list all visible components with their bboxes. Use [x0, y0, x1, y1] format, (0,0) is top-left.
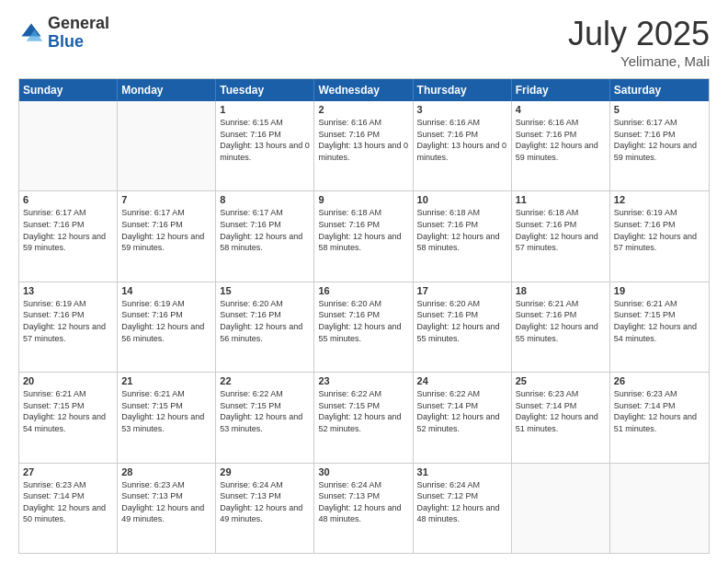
logo-general: General	[48, 15, 109, 33]
day-info: Sunrise: 6:16 AM Sunset: 7:16 PM Dayligh…	[318, 117, 408, 163]
calendar-row: 6Sunrise: 6:17 AM Sunset: 7:16 PM Daylig…	[19, 191, 709, 282]
calendar-header-cell: Monday	[118, 79, 216, 101]
logo-icon	[18, 20, 44, 46]
day-number: 10	[417, 194, 507, 205]
calendar-cell: 5Sunrise: 6:17 AM Sunset: 7:16 PM Daylig…	[610, 101, 709, 190]
day-number: 21	[121, 375, 211, 386]
day-info: Sunrise: 6:23 AM Sunset: 7:13 PM Dayligh…	[121, 479, 211, 525]
day-number: 20	[23, 375, 113, 386]
day-number: 8	[220, 194, 310, 205]
day-info: Sunrise: 6:23 AM Sunset: 7:14 PM Dayligh…	[614, 388, 705, 434]
calendar-cell: 4Sunrise: 6:16 AM Sunset: 7:16 PM Daylig…	[512, 101, 610, 190]
day-number: 2	[318, 104, 408, 115]
calendar-cell: 12Sunrise: 6:19 AM Sunset: 7:16 PM Dayli…	[610, 191, 709, 281]
calendar-cell: 30Sunrise: 6:24 AM Sunset: 7:13 PM Dayli…	[314, 464, 413, 553]
day-number: 7	[121, 194, 211, 205]
calendar-header-cell: Sunday	[19, 79, 118, 101]
calendar-cell: 15Sunrise: 6:20 AM Sunset: 7:16 PM Dayli…	[216, 282, 314, 372]
calendar-cell: 18Sunrise: 6:21 AM Sunset: 7:16 PM Dayli…	[512, 282, 610, 372]
day-number: 6	[23, 194, 113, 205]
calendar-row: 27Sunrise: 6:23 AM Sunset: 7:14 PM Dayli…	[19, 464, 709, 553]
day-number: 25	[516, 375, 606, 386]
day-info: Sunrise: 6:21 AM Sunset: 7:16 PM Dayligh…	[516, 298, 606, 344]
day-number: 14	[121, 285, 211, 296]
calendar-cell: 21Sunrise: 6:21 AM Sunset: 7:15 PM Dayli…	[118, 373, 216, 462]
day-info: Sunrise: 6:18 AM Sunset: 7:16 PM Dayligh…	[318, 207, 408, 253]
logo: General Blue	[18, 15, 109, 52]
calendar-cell: 8Sunrise: 6:17 AM Sunset: 7:16 PM Daylig…	[216, 191, 314, 281]
calendar-cell: 24Sunrise: 6:22 AM Sunset: 7:14 PM Dayli…	[414, 373, 512, 462]
day-number: 24	[417, 375, 507, 386]
calendar-header-cell: Tuesday	[216, 79, 314, 101]
day-info: Sunrise: 6:22 AM Sunset: 7:15 PM Dayligh…	[318, 388, 408, 434]
day-info: Sunrise: 6:21 AM Sunset: 7:15 PM Dayligh…	[23, 388, 113, 434]
calendar-cell: 13Sunrise: 6:19 AM Sunset: 7:16 PM Dayli…	[19, 282, 118, 372]
day-number: 3	[417, 104, 507, 115]
day-info: Sunrise: 6:21 AM Sunset: 7:15 PM Dayligh…	[614, 298, 705, 344]
calendar-row: 13Sunrise: 6:19 AM Sunset: 7:16 PM Dayli…	[19, 282, 709, 373]
calendar-header-cell: Wednesday	[314, 79, 413, 101]
day-info: Sunrise: 6:20 AM Sunset: 7:16 PM Dayligh…	[318, 298, 408, 344]
calendar-cell: 22Sunrise: 6:22 AM Sunset: 7:15 PM Dayli…	[216, 373, 314, 462]
day-info: Sunrise: 6:16 AM Sunset: 7:16 PM Dayligh…	[516, 117, 606, 163]
day-info: Sunrise: 6:24 AM Sunset: 7:13 PM Dayligh…	[318, 479, 408, 525]
day-info: Sunrise: 6:20 AM Sunset: 7:16 PM Dayligh…	[220, 298, 310, 344]
day-number: 13	[23, 285, 113, 296]
day-info: Sunrise: 6:23 AM Sunset: 7:14 PM Dayligh…	[23, 479, 113, 525]
day-info: Sunrise: 6:17 AM Sunset: 7:16 PM Dayligh…	[121, 207, 211, 253]
calendar-cell: 1Sunrise: 6:15 AM Sunset: 7:16 PM Daylig…	[216, 101, 314, 190]
day-info: Sunrise: 6:24 AM Sunset: 7:13 PM Dayligh…	[220, 479, 310, 525]
calendar-cell: 28Sunrise: 6:23 AM Sunset: 7:13 PM Dayli…	[118, 464, 216, 553]
calendar-cell: 10Sunrise: 6:18 AM Sunset: 7:16 PM Dayli…	[414, 191, 512, 281]
calendar-cell: 26Sunrise: 6:23 AM Sunset: 7:14 PM Dayli…	[610, 373, 709, 462]
day-number: 29	[220, 466, 310, 477]
day-number: 12	[614, 194, 705, 205]
day-info: Sunrise: 6:18 AM Sunset: 7:16 PM Dayligh…	[516, 207, 606, 253]
calendar-cell: 31Sunrise: 6:24 AM Sunset: 7:12 PM Dayli…	[414, 464, 512, 553]
day-number: 28	[121, 466, 211, 477]
calendar-cell	[610, 464, 709, 553]
day-info: Sunrise: 6:17 AM Sunset: 7:16 PM Dayligh…	[220, 207, 310, 253]
calendar-body: 1Sunrise: 6:15 AM Sunset: 7:16 PM Daylig…	[19, 101, 709, 553]
calendar-cell: 3Sunrise: 6:16 AM Sunset: 7:16 PM Daylig…	[414, 101, 512, 190]
day-info: Sunrise: 6:22 AM Sunset: 7:15 PM Dayligh…	[220, 388, 310, 434]
day-number: 11	[516, 194, 606, 205]
calendar-cell: 11Sunrise: 6:18 AM Sunset: 7:16 PM Dayli…	[512, 191, 610, 281]
calendar-cell: 25Sunrise: 6:23 AM Sunset: 7:14 PM Dayli…	[512, 373, 610, 462]
day-number: 16	[318, 285, 408, 296]
calendar-cell: 23Sunrise: 6:22 AM Sunset: 7:15 PM Dayli…	[314, 373, 413, 462]
calendar-cell: 9Sunrise: 6:18 AM Sunset: 7:16 PM Daylig…	[314, 191, 413, 281]
day-info: Sunrise: 6:20 AM Sunset: 7:16 PM Dayligh…	[417, 298, 507, 344]
calendar-cell	[118, 101, 216, 190]
day-info: Sunrise: 6:17 AM Sunset: 7:16 PM Dayligh…	[23, 207, 113, 253]
calendar-cell: 2Sunrise: 6:16 AM Sunset: 7:16 PM Daylig…	[314, 101, 413, 190]
title-block: July 2025 Yelimane, Mali	[568, 15, 710, 69]
calendar-row: 20Sunrise: 6:21 AM Sunset: 7:15 PM Dayli…	[19, 373, 709, 463]
day-number: 22	[220, 375, 310, 386]
calendar-header-cell: Thursday	[414, 79, 512, 101]
calendar-cell: 20Sunrise: 6:21 AM Sunset: 7:15 PM Dayli…	[19, 373, 118, 462]
day-number: 1	[220, 104, 310, 115]
day-number: 17	[417, 285, 507, 296]
day-info: Sunrise: 6:16 AM Sunset: 7:16 PM Dayligh…	[417, 117, 507, 163]
calendar-cell: 19Sunrise: 6:21 AM Sunset: 7:15 PM Dayli…	[610, 282, 709, 372]
calendar-cell: 14Sunrise: 6:19 AM Sunset: 7:16 PM Dayli…	[118, 282, 216, 372]
day-info: Sunrise: 6:19 AM Sunset: 7:16 PM Dayligh…	[614, 207, 705, 253]
day-number: 9	[318, 194, 408, 205]
header: General Blue July 2025 Yelimane, Mali	[18, 15, 710, 69]
day-number: 30	[318, 466, 408, 477]
calendar-cell: 17Sunrise: 6:20 AM Sunset: 7:16 PM Dayli…	[414, 282, 512, 372]
day-info: Sunrise: 6:19 AM Sunset: 7:16 PM Dayligh…	[121, 298, 211, 344]
day-info: Sunrise: 6:21 AM Sunset: 7:15 PM Dayligh…	[121, 388, 211, 434]
logo-text: General Blue	[48, 15, 109, 52]
day-info: Sunrise: 6:22 AM Sunset: 7:14 PM Dayligh…	[417, 388, 507, 434]
calendar-row: 1Sunrise: 6:15 AM Sunset: 7:16 PM Daylig…	[19, 101, 709, 191]
title-location: Yelimane, Mali	[568, 53, 710, 69]
day-info: Sunrise: 6:18 AM Sunset: 7:16 PM Dayligh…	[417, 207, 507, 253]
calendar-cell: 16Sunrise: 6:20 AM Sunset: 7:16 PM Dayli…	[314, 282, 413, 372]
calendar-cell	[512, 464, 610, 553]
calendar-cell	[19, 101, 118, 190]
calendar-header-cell: Saturday	[610, 79, 709, 101]
calendar: SundayMondayTuesdayWednesdayThursdayFrid…	[18, 78, 710, 554]
day-number: 4	[516, 104, 606, 115]
